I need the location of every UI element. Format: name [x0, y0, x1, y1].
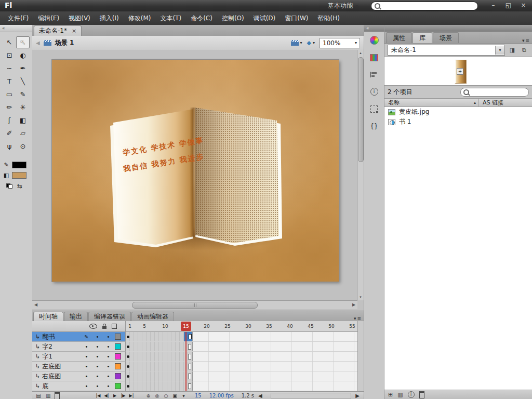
frame-span[interactable]: [126, 381, 193, 391]
timeline-horizontal-scrollbar[interactable]: [271, 393, 351, 399]
layer-row-di[interactable]: ↳ 底 • • •: [32, 381, 364, 391]
paint-bucket-tool[interactable]: ◧: [16, 114, 30, 126]
layer-outline-swatch[interactable]: [115, 353, 121, 360]
swatches-panel-icon[interactable]: [364, 49, 384, 66]
layer-lock-dot[interactable]: •: [104, 364, 113, 369]
menu-commands[interactable]: 命令(C): [186, 11, 217, 25]
new-library-panel-icon[interactable]: ⧉: [520, 47, 529, 54]
layer-frames-track[interactable]: [126, 362, 357, 371]
lasso-tool[interactable]: ∽: [3, 62, 16, 74]
edit-multiple-frames-icon[interactable]: ▣: [171, 393, 178, 398]
new-layer-button[interactable]: ▤: [35, 393, 42, 398]
layer-name-cell[interactable]: ↳ 左底图 • • •: [32, 362, 126, 371]
layer-visibility-dot[interactable]: •: [93, 354, 102, 360]
lock-layers-icon[interactable]: [102, 326, 107, 329]
keyframe-dot[interactable]: [127, 365, 129, 368]
layer-visibility-dot[interactable]: •: [93, 383, 102, 389]
layer-row-zi2[interactable]: ↳ 字2 • • •: [32, 342, 364, 352]
end-frame-marker[interactable]: [188, 354, 191, 360]
scroll-left-icon[interactable]: ◀: [32, 301, 39, 309]
subselection-tool[interactable]: ↖: [16, 36, 30, 48]
current-frame-field[interactable]: 15: [195, 393, 202, 398]
layer-outline-swatch[interactable]: [115, 343, 121, 350]
layer-row-zuoditu[interactable]: ↳ 左底图 • • •: [32, 362, 364, 371]
show-hide-layers-icon[interactable]: [89, 324, 97, 329]
pasteboard[interactable]: 学文化 学技术 学做事 我自信 我努力 我进步: [32, 50, 357, 300]
layer-visibility-dot[interactable]: •: [93, 334, 102, 340]
layer-visibility-dot[interactable]: •: [93, 344, 102, 350]
modify-markers-icon[interactable]: ▾: [180, 393, 187, 398]
keyframe-dot[interactable]: [127, 375, 129, 378]
menu-text[interactable]: 文本(T): [155, 11, 186, 25]
layer-frames-track[interactable]: [126, 352, 357, 362]
stage[interactable]: 学文化 学技术 学做事 我自信 我努力 我进步: [52, 60, 339, 282]
layer-out​line-swatch[interactable]: [115, 383, 121, 389]
step-back-button[interactable]: ◀|: [103, 393, 110, 398]
menu-insert[interactable]: 插入(I): [95, 11, 124, 25]
new-symbol-button[interactable]: ⊞: [388, 391, 393, 398]
end-frame-marker[interactable]: [188, 383, 191, 389]
app-search-box[interactable]: [371, 2, 478, 10]
library-item-bitmap[interactable]: 黄皮纸.jpg: [384, 107, 532, 117]
tab-scenes[interactable]: 场景: [433, 32, 459, 43]
keyframe-dot[interactable]: [127, 336, 129, 338]
layer-lock-dot[interactable]: •: [104, 344, 113, 350]
layer-name-cell[interactable]: ↳ 翻书 ✎ • •: [32, 332, 126, 342]
layer-active-dot[interactable]: •: [82, 374, 91, 379]
color-panel-icon[interactable]: [364, 32, 384, 49]
layer-name-cell[interactable]: ↳ 底 • • •: [32, 381, 126, 391]
layer-lock-dot[interactable]: •: [104, 354, 113, 360]
layer-active-dot[interactable]: •: [82, 383, 91, 389]
tab-properties[interactable]: 属性: [386, 32, 412, 43]
keyframe-dot[interactable]: [127, 385, 129, 388]
end-frame-marker[interactable]: [188, 344, 191, 350]
step-forward-button[interactable]: |▶: [119, 393, 127, 398]
tab-output[interactable]: 输出: [64, 312, 88, 321]
frame-span[interactable]: [126, 352, 193, 361]
layer-outline-swatch[interactable]: [115, 363, 121, 369]
frame-span[interactable]: [126, 371, 193, 381]
timeline-scroll-right-icon[interactable]: ▶: [354, 393, 361, 398]
layer-lock-dot[interactable]: •: [104, 383, 113, 389]
tab-library[interactable]: 库: [413, 32, 432, 43]
layer-lock-dot[interactable]: •: [104, 334, 113, 340]
canvas-horizontal-scrollbar[interactable]: ◀ ▶: [32, 300, 357, 309]
frame-span[interactable]: [126, 342, 193, 351]
hand-tool[interactable]: ψ: [3, 140, 16, 152]
eyedropper-tool[interactable]: ✐: [3, 127, 16, 139]
pin-library-icon[interactable]: ◨: [508, 47, 517, 54]
gradient-transform-tool[interactable]: ◐: [16, 49, 30, 61]
end-frame-marker[interactable]: [188, 374, 191, 379]
layer-name-cell[interactable]: ↳ 字2 • • •: [32, 342, 126, 352]
delete-item-button[interactable]: [419, 391, 424, 398]
layer-row-youditu[interactable]: ↳ 右底图 • • •: [32, 371, 364, 381]
layer-row-zi1[interactable]: ↳ 字1 • • •: [32, 352, 364, 362]
document-tab[interactable]: 未命名-1* ×: [34, 25, 82, 36]
horizontal-scroll-thumb[interactable]: [132, 302, 258, 309]
menu-help[interactable]: 帮助(H): [313, 11, 344, 25]
layer-frames-track[interactable]: [126, 332, 357, 342]
deco-tool[interactable]: ✳: [16, 101, 30, 113]
code-snippets-panel-icon[interactable]: {}: [364, 117, 384, 135]
layer-row-fanshu[interactable]: ↳ 翻书 ✎ • •: [32, 332, 364, 342]
menu-edit[interactable]: 编辑(E): [33, 11, 64, 25]
keyframe-dot[interactable]: [127, 355, 129, 358]
layer-outline-swatch[interactable]: [115, 373, 121, 379]
document-tab-close-icon[interactable]: ×: [72, 28, 76, 34]
tab-motion-editor[interactable]: 动画编辑器: [131, 312, 174, 321]
layer-visibility-dot[interactable]: •: [93, 364, 102, 369]
layer-name-cell[interactable]: ↳ 字1 • • •: [32, 352, 126, 362]
timeline-panel-menu[interactable]: ▾ ≡: [354, 316, 361, 321]
layer-visibility-dot[interactable]: •: [93, 374, 102, 379]
column-header-name[interactable]: 名称: [384, 99, 474, 107]
eraser-tool[interactable]: ▱: [16, 127, 30, 139]
scroll-down-icon[interactable]: ▾: [357, 294, 364, 300]
library-search-box[interactable]: [460, 88, 529, 97]
play-button[interactable]: ▶: [111, 393, 118, 398]
layer-active-dot[interactable]: •: [82, 344, 91, 350]
menu-view[interactable]: 视图(V): [64, 11, 95, 25]
tools-panel-collapse-button[interactable]: «: [0, 25, 32, 32]
outline-layers-icon[interactable]: [112, 324, 117, 329]
back-arrow-icon[interactable]: ◀: [36, 40, 40, 46]
text-tool[interactable]: T: [3, 75, 16, 87]
